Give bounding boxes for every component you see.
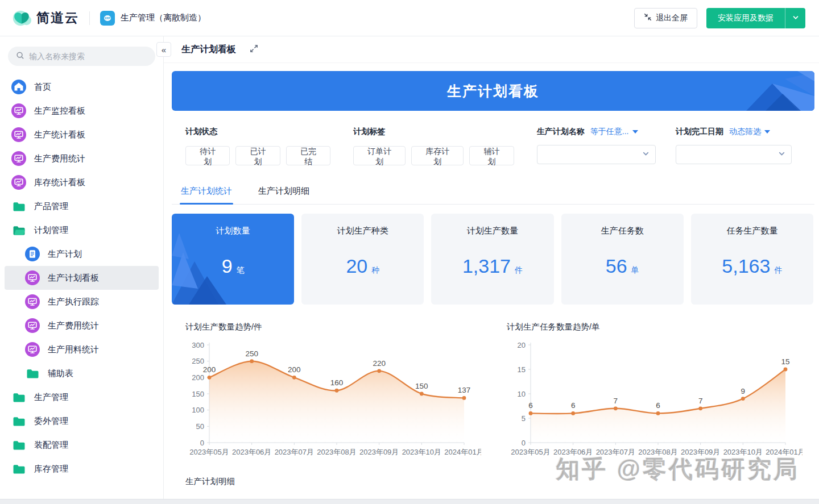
stat-card-4[interactable]: 任务生产数量 5,163件 <box>691 214 813 305</box>
svg-text:2023年07月: 2023年07月 <box>275 448 314 456</box>
chart-plan-qty-trend: 计划生产数量趋势/件 0501001502002503002023年05月202… <box>172 322 493 464</box>
area-chart-plan-qty: 0501001502002503002023年05月2023年06月2023年0… <box>185 338 493 464</box>
stat-card-3[interactable]: 生产任务数 56单 <box>561 214 684 305</box>
dashboard-content: 生产计划看板 计划状态 待计划已计划已完结 计划标签 订单计划库存计划辅计划 生… <box>164 63 819 499</box>
svg-text:300: 300 <box>192 341 204 349</box>
sidebar-item-16[interactable]: 库存管理 <box>5 457 159 481</box>
filter-bar: 计划状态 待计划已计划已完结 计划标签 订单计划库存计划辅计划 生产计划名称 等… <box>172 127 814 165</box>
brand-logo[interactable]: 简道云 <box>11 7 79 30</box>
header-divider <box>89 11 90 25</box>
stat-card-2[interactable]: 计划生产数量 1,317件 <box>431 214 553 305</box>
sidebar: 首页 生产监控看板 生产统计看板 生产费用统计 库存统计看板 产品管理 计划管理… <box>0 36 164 499</box>
sidebar-item-2[interactable]: 生产统计看板 <box>5 123 159 147</box>
svg-text:0: 0 <box>522 439 526 447</box>
svg-text:200: 200 <box>288 365 301 374</box>
sidebar-item-15[interactable]: 装配管理 <box>5 433 159 457</box>
sidebar-item-6[interactable]: 计划管理 <box>5 218 159 242</box>
svg-text:2023年05月: 2023年05月 <box>511 448 550 456</box>
svg-text:200: 200 <box>192 373 204 382</box>
sidebar-item-10[interactable]: 生产费用统计 <box>5 314 159 338</box>
sidebar-item-13[interactable]: 生产管理 <box>5 385 159 409</box>
search-icon <box>16 51 24 62</box>
svg-text:2023年09月: 2023年09月 <box>359 448 399 456</box>
filter-option-button[interactable]: 辅计划 <box>469 146 514 165</box>
svg-text:2023年08月: 2023年08月 <box>638 448 677 456</box>
charts-row: 计划生产数量趋势/件 0501001502002503002023年05月202… <box>172 322 814 464</box>
fullscreen-expand-button[interactable] <box>250 44 258 55</box>
sidebar-item-3[interactable]: 生产费用统计 <box>5 147 159 170</box>
stat-card-value: 20 <box>346 255 367 277</box>
sidebar-item-8[interactable]: 生产计划看板 <box>5 266 159 290</box>
chart-task-qty-trend: 计划生产任务数量趋势/单 051015202023年05月2023年06月202… <box>493 322 814 464</box>
stat-card-0[interactable]: 计划数量 9笔 <box>172 214 294 305</box>
chart-title: 计划生产数量趋势/件 <box>185 322 493 332</box>
stat-card-1[interactable]: 计划生产种类 20种 <box>301 214 424 305</box>
exit-fullscreen-button[interactable]: 退出全屏 <box>634 8 697 28</box>
app-window: 简道云 ERP 生产管理（离散制造） 退出全屏 <box>0 0 819 504</box>
svg-text:137: 137 <box>458 386 471 394</box>
stat-card-unit: 种 <box>371 265 379 274</box>
sidebar-item-12[interactable]: 辅助表 <box>5 361 159 385</box>
svg-text:2023年08月: 2023年08月 <box>317 448 356 456</box>
tab-1[interactable]: 生产计划明细 <box>257 180 311 204</box>
install-app-button[interactable]: 安装应用及数据 <box>706 8 785 28</box>
area-chart-task-qty: 051015202023年05月2023年06月2023年07月2023年08月… <box>507 338 814 464</box>
filter-group-finish-date: 计划完工日期 动态筛选 <box>676 127 792 164</box>
install-app-dropdown-button[interactable] <box>785 8 805 28</box>
stat-card-label: 计划数量 <box>172 226 294 236</box>
dashboard-icon <box>11 175 26 190</box>
folder-icon <box>11 461 26 476</box>
exit-fullscreen-label: 退出全屏 <box>656 13 688 23</box>
svg-text:6: 6 <box>528 401 533 410</box>
search-input[interactable] <box>29 52 147 61</box>
sidebar-item-4[interactable]: 库存统计看板 <box>5 170 159 194</box>
svg-text:6: 6 <box>571 401 576 410</box>
stat-card-label: 任务生产数量 <box>691 226 813 236</box>
svg-text:7: 7 <box>698 397 703 405</box>
filter-label: 计划标签 <box>353 127 514 137</box>
date-filter-mode-link[interactable]: 动态筛选 <box>729 127 770 137</box>
sidebar-item-9[interactable]: 生产执行跟踪 <box>5 290 159 314</box>
finish-date-select[interactable] <box>676 145 792 164</box>
stat-card-unit: 笔 <box>237 265 245 274</box>
tab-0[interactable]: 生产计划统计 <box>180 180 233 204</box>
sidebar-item-7[interactable]: 生产计划 <box>5 242 159 266</box>
filter-label: 生产计划名称 <box>537 127 585 137</box>
folder-icon <box>11 199 26 214</box>
sidebar-item-11[interactable]: 生产用料统计 <box>5 338 159 361</box>
filter-group-status: 计划状态 待计划已计划已完结 <box>185 127 330 165</box>
sidebar-collapse-button[interactable]: « <box>156 42 171 57</box>
chevron-down-icon <box>792 13 799 23</box>
svg-text:2023年10月: 2023年10月 <box>402 448 441 456</box>
plan-name-select[interactable] <box>537 145 656 164</box>
chevron-down-icon <box>642 149 650 160</box>
filter-option-button[interactable]: 库存计划 <box>411 146 464 165</box>
svg-text:2024年01月: 2024年01月 <box>444 448 481 456</box>
filter-option-button[interactable]: 订单计划 <box>353 146 406 165</box>
sidebar-item-0[interactable]: 首页 <box>5 75 159 99</box>
stat-card-value: 9 <box>222 255 233 277</box>
svg-text:200: 200 <box>203 365 216 374</box>
svg-text:220: 220 <box>373 359 386 368</box>
folder-icon <box>25 366 40 381</box>
filter-option-button[interactable]: 待计划 <box>185 146 230 165</box>
sidebar-search[interactable] <box>8 47 155 66</box>
stat-card-unit: 件 <box>515 265 523 274</box>
exit-fullscreen-icon <box>644 13 652 23</box>
sidebar-item-14[interactable]: 委外管理 <box>5 409 159 433</box>
tab-bar: 生产计划统计生产计划明细 <box>172 180 814 205</box>
banner-decoration <box>718 71 814 111</box>
sidebar-item-5[interactable]: 产品管理 <box>5 194 159 218</box>
sidebar-item-1[interactable]: 生产监控看板 <box>5 99 159 123</box>
svg-text:15: 15 <box>518 365 526 374</box>
filter-group-plan-name: 生产计划名称 等于任意... <box>537 127 656 164</box>
plan-name-operator-link[interactable]: 等于任意... <box>590 127 638 137</box>
stat-card-label: 生产任务数 <box>561 226 684 236</box>
svg-text:150: 150 <box>415 382 428 390</box>
dashboard-banner: 生产计划看板 <box>172 71 814 111</box>
filter-option-button[interactable]: 已计划 <box>235 146 280 165</box>
caret-down-icon <box>764 130 770 134</box>
detail-section-title: 生产计划明细 <box>172 476 814 487</box>
filter-option-button[interactable]: 已完结 <box>286 146 330 165</box>
dashboard-icon <box>25 270 40 285</box>
